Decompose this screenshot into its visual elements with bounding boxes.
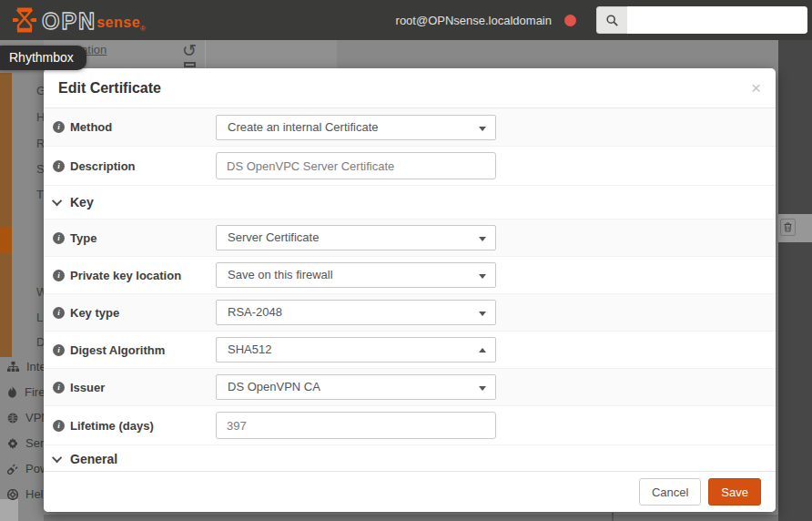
undo-icon: ↺ (182, 40, 197, 61)
logo-text-opn: OPN (42, 10, 96, 33)
lifetime-input[interactable] (216, 412, 496, 439)
sidebar-item-firewall[interactable]: Fire (7, 385, 45, 399)
rhythmbox-tooltip: Rhythmbox (0, 46, 86, 70)
type-select[interactable]: Server Certificate (216, 225, 496, 250)
field-label: Issuer (70, 381, 105, 394)
logo-reg-mark: ® (140, 25, 146, 33)
page-header-dimmed-right (337, 40, 778, 68)
life-ring-icon (7, 489, 18, 500)
sidebar-item-power[interactable]: Pow (7, 462, 48, 475)
logged-in-user[interactable]: root@OPNsense.localdomain (396, 14, 552, 27)
field-row-private-key-location: i Private key location Save on this fire… (44, 256, 776, 293)
cancel-button[interactable]: Cancel (639, 478, 701, 506)
opnsense-logo[interactable]: OPNsense® (11, 7, 146, 33)
page-footer-dimmed (44, 515, 778, 521)
info-icon: i (53, 270, 65, 281)
modal-title: Edit Certificate (58, 80, 161, 97)
field-row-type: i Type Server Certificate (44, 219, 776, 256)
info-icon: i (53, 160, 65, 172)
description-input[interactable] (216, 152, 496, 179)
hourglass-logo-icon (11, 7, 38, 33)
field-row-digest-algorithm: i Digest Algorithm SHA512 (44, 331, 776, 368)
section-header-general[interactable]: General (44, 444, 776, 471)
fire-icon (7, 386, 17, 398)
info-icon: i (53, 307, 65, 319)
field-label: Method (70, 120, 112, 134)
field-label: Type (70, 231, 96, 245)
logo-text-sense: sense (96, 14, 140, 33)
field-label: Digest Algorithm (70, 343, 165, 357)
modal-body: i Method Create an internal Certificate … (44, 108, 776, 471)
key-type-select[interactable]: RSA-2048 (216, 300, 496, 325)
chevron-down-icon (479, 386, 486, 391)
field-row-description: i Description (44, 146, 776, 185)
edit-certificate-modal: Edit Certificate × i Method Create an in… (44, 68, 776, 512)
backdrop-right (778, 40, 812, 521)
section-header-key[interactable]: Key (44, 185, 776, 219)
panel-icon (184, 62, 196, 67)
info-icon: i (53, 382, 65, 393)
chevron-down-icon (479, 312, 486, 316)
top-navbar: OPNsense® root@OPNsense.localdomain (0, 0, 812, 40)
sidebar-item-ghost: T (36, 188, 44, 201)
page-footer-divider (612, 513, 614, 521)
page-header-divider (205, 40, 206, 68)
power-plug-icon (7, 464, 18, 475)
chevron-down-icon (479, 237, 486, 241)
field-label: Description (70, 159, 136, 173)
search-input[interactable] (627, 6, 807, 34)
field-row-key-type: i Key type RSA-2048 (44, 293, 776, 331)
field-row-method: i Method Create an internal Certificate (44, 108, 776, 146)
bottom-left-block (0, 499, 18, 521)
sidebar-active-strip (0, 73, 12, 357)
field-label: Private key location (70, 269, 181, 282)
info-icon: i (53, 420, 65, 432)
sitemap-icon (7, 362, 19, 373)
save-button[interactable]: Save (708, 478, 761, 506)
chevron-down-icon (52, 452, 62, 462)
info-icon: i (53, 121, 65, 133)
field-label: Lifetime (days) (70, 419, 154, 433)
chevron-down-icon (479, 127, 486, 131)
gear-icon (7, 438, 18, 449)
private-key-location-select[interactable]: Save on this firewall (216, 262, 496, 288)
chevron-down-icon (52, 196, 62, 206)
screen: Configuration ↺ G H R S T W L D Inte Fir… (0, 0, 812, 521)
info-icon: i (53, 344, 65, 356)
method-select[interactable]: Create an internal Certificate (216, 115, 496, 140)
trash-icon[interactable] (780, 219, 796, 236)
sidebar-item-interfaces[interactable]: Inte (7, 360, 46, 373)
field-row-lifetime: i Lifetime (days) (44, 405, 776, 444)
chevron-down-icon (479, 274, 486, 279)
sidebar-item-ghost: L (36, 311, 43, 324)
modal-footer: Cancel Save (44, 471, 776, 512)
sidebar-active-strip-highlight (0, 228, 12, 253)
globe-icon (7, 413, 18, 424)
global-search (596, 6, 807, 34)
chevron-up-icon (479, 348, 486, 352)
field-row-issuer: i Issuer DS OpenVPN CA (44, 368, 776, 405)
info-icon: i (53, 232, 65, 244)
modal-header: Edit Certificate × (44, 68, 776, 108)
status-dot (564, 15, 576, 26)
field-label: Key type (70, 306, 119, 320)
sidebar-item-help[interactable]: Hel (7, 487, 44, 501)
search-icon (596, 6, 627, 34)
issuer-select[interactable]: DS OpenVPN CA (216, 374, 496, 400)
close-icon[interactable]: × (751, 79, 761, 97)
digest-algorithm-select[interactable]: SHA512 (216, 337, 496, 363)
